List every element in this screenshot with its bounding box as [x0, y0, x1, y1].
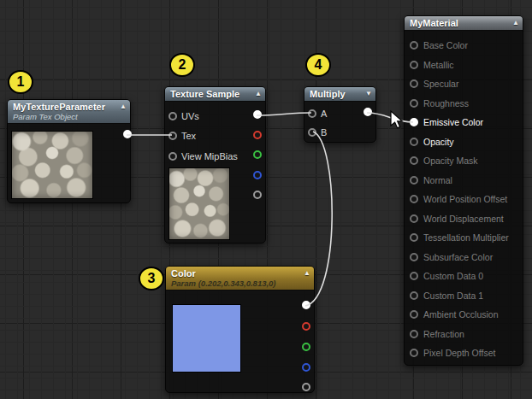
annotation-badge-4: 4 — [305, 53, 331, 77]
input-pin-pixel-depth-offset[interactable] — [410, 349, 418, 357]
material-pin-row[interactable]: Pixel Depth Offset — [405, 343, 523, 363]
input-pin-normal[interactable] — [410, 176, 418, 185]
input-pin-view-mipbias[interactable] — [168, 152, 177, 161]
collapse-arrow-icon[interactable]: ▲ — [512, 19, 519, 26]
material-pin-row[interactable]: Normal — [405, 171, 523, 191]
node-color-parameter[interactable]: Color Param (0.202,0.343,0.813,0) ▲ — [165, 266, 315, 393]
output-pin-r[interactable] — [253, 131, 262, 139]
collapse-arrow-icon[interactable]: ▲ — [120, 103, 127, 110]
input-label: Tex — [181, 131, 196, 141]
input-pin-emissive-color[interactable] — [410, 118, 418, 126]
output-pin-r[interactable] — [302, 322, 310, 331]
output-pin-rgb[interactable] — [123, 130, 132, 138]
output-pin-g[interactable] — [253, 150, 262, 159]
material-pin-row[interactable]: Opacity Mask — [405, 151, 523, 171]
input-pin-roughness[interactable] — [410, 99, 418, 108]
input-pin-b[interactable] — [308, 128, 316, 137]
node-title: MyTextureParameter — [13, 102, 116, 112]
input-pin-uvs[interactable] — [168, 112, 177, 120]
input-label: UVs — [181, 111, 199, 121]
input-row-b: B — [304, 123, 327, 142]
input-label: B — [321, 127, 327, 138]
input-row-tex: Tex — [165, 126, 238, 147]
input-pin-metallic[interactable] — [410, 61, 418, 69]
material-graph-canvas[interactable]: MyTextureParameter Param Tex Object ▲ Te… — [0, 0, 532, 399]
input-pin-ambient-occlusion[interactable] — [410, 310, 418, 319]
node-header[interactable]: Color Param (0.202,0.343,0.813,0) ▲ — [166, 267, 314, 290]
annotation-badge-3: 3 — [139, 267, 164, 290]
texture-preview — [168, 167, 230, 240]
node-title: MyMaterial — [410, 18, 509, 28]
input-pin-refraction[interactable] — [410, 330, 418, 338]
node-my-material[interactable]: MyMaterial ▲ Base Color Metallic Specula… — [404, 15, 523, 366]
input-pin-world-displacement[interactable] — [410, 214, 418, 223]
node-title: Color — [171, 268, 300, 279]
material-pin-row[interactable]: Subsurface Color — [405, 248, 523, 267]
expand-arrow-icon[interactable]: ▼ — [365, 90, 372, 97]
input-row-a: A — [304, 104, 327, 123]
mouse-cursor-icon — [391, 111, 402, 128]
material-pin-row[interactable]: Custom Data 1 — [405, 286, 523, 306]
input-pin-tex[interactable] — [168, 132, 177, 140]
node-my-texture-parameter[interactable]: MyTextureParameter Param Tex Object ▲ — [7, 99, 131, 203]
output-pin-g[interactable] — [302, 343, 310, 351]
output-pin-b[interactable] — [253, 171, 262, 179]
input-pin-custom-data-1[interactable] — [410, 291, 418, 300]
material-pin-row[interactable]: Specular — [405, 74, 523, 94]
output-pin-rgb[interactable] — [302, 301, 310, 309]
material-pin-row[interactable]: Base Color — [405, 36, 523, 56]
output-pin-a[interactable] — [253, 191, 262, 199]
material-pin-row[interactable]: Refraction — [405, 325, 523, 344]
material-pin-row[interactable]: Roughness — [405, 94, 523, 114]
node-title: Texture Sample — [170, 89, 251, 99]
color-preview — [172, 304, 241, 373]
node-multiply[interactable]: Multiply ▼ A B — [304, 86, 376, 143]
node-header[interactable]: Multiply ▼ — [304, 87, 375, 102]
annotation-badge-1: 1 — [8, 70, 33, 94]
input-label: A — [321, 109, 327, 119]
output-pin-result[interactable] — [364, 108, 372, 116]
material-pin-row[interactable]: World Position Offset — [405, 190, 523, 209]
input-row-view-mipbias: View MipBias — [165, 146, 238, 167]
material-pin-list: Base Color Metallic Specular Roughness E… — [405, 31, 523, 363]
input-pin-world-position-offset[interactable] — [410, 195, 418, 203]
material-pin-row[interactable]: Emissive Color — [405, 113, 523, 132]
node-subtitle: Param Tex Object — [13, 112, 116, 121]
material-pin-row[interactable]: Tessellation Multiplier — [405, 228, 523, 248]
input-row-uvs: UVs — [165, 106, 238, 126]
material-pin-row[interactable]: Ambient Occlusion — [405, 305, 523, 325]
node-header[interactable]: MyMaterial ▲ — [405, 16, 523, 31]
material-pin-row[interactable]: Metallic — [405, 56, 523, 75]
material-pin-row[interactable]: Custom Data 0 — [405, 267, 523, 286]
node-texture-sample[interactable]: Texture Sample ▲ UVs Tex View MipBias — [164, 86, 266, 244]
input-label: View MipBias — [181, 151, 238, 161]
material-pin-row[interactable]: Opacity — [405, 132, 523, 152]
input-pin-subsurface-color[interactable] — [410, 253, 418, 261]
node-header[interactable]: MyTextureParameter Param Tex Object ▲ — [8, 100, 130, 124]
node-title: Multiply — [310, 89, 362, 99]
input-pin-custom-data-0[interactable] — [410, 272, 418, 280]
input-pin-opacity-mask[interactable] — [410, 156, 418, 165]
output-pin-a[interactable] — [302, 383, 310, 391]
node-header[interactable]: Texture Sample ▲ — [165, 87, 265, 102]
input-pin-a[interactable] — [308, 109, 316, 118]
input-pin-base-color[interactable] — [410, 41, 418, 50]
node-subtitle: Param (0.202,0.343,0.813,0) — [171, 279, 300, 288]
annotation-badge-2: 2 — [169, 53, 195, 77]
input-pin-opacity[interactable] — [410, 138, 418, 146]
collapse-arrow-icon[interactable]: ▲ — [304, 269, 310, 277]
output-pin-b[interactable] — [302, 363, 310, 372]
output-pin-rgb[interactable] — [253, 110, 262, 119]
input-pin-tessellation-multiplier[interactable] — [410, 233, 418, 242]
input-pin-specular[interactable] — [410, 79, 418, 88]
material-pin-row[interactable]: World Displacement — [405, 209, 523, 229]
collapse-arrow-icon[interactable]: ▲ — [255, 90, 262, 97]
texture-preview — [11, 131, 93, 199]
